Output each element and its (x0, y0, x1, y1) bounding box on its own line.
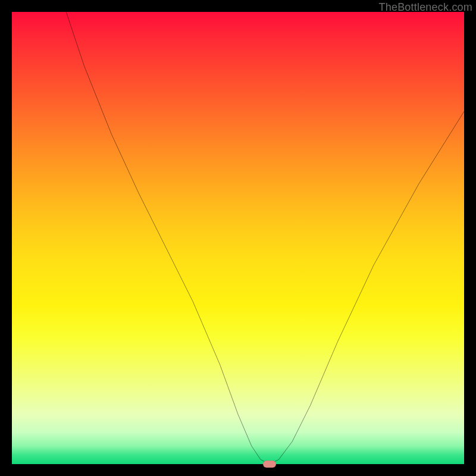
plot-area (12, 12, 464, 464)
optimum-marker (263, 461, 276, 468)
chart-frame: TheBottleneck.com (0, 0, 476, 476)
bottleneck-curve (12, 12, 464, 464)
watermark-text: TheBottleneck.com (379, 1, 472, 14)
